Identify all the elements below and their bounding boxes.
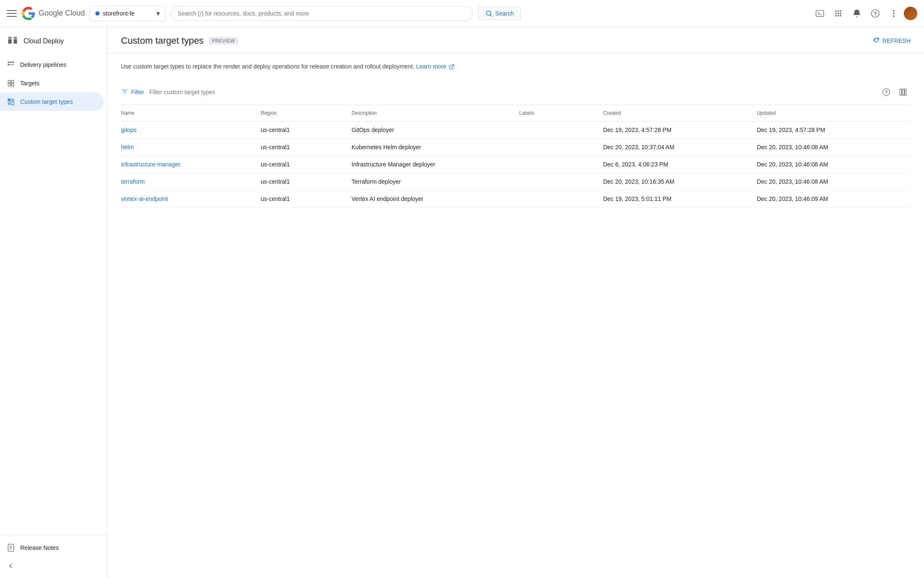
svg-rect-36 <box>11 102 14 105</box>
sidebar-item-label: Targets <box>20 80 39 87</box>
svg-rect-22 <box>8 62 9 63</box>
row-description: Kubernetes Helm deployer <box>352 139 519 156</box>
search-bar <box>171 6 473 21</box>
targets-icon <box>7 79 15 87</box>
svg-line-41 <box>451 65 454 67</box>
search-button[interactable]: Search <box>478 7 521 20</box>
console-icon-button[interactable] <box>811 5 828 22</box>
more-options-icon-button[interactable] <box>885 5 902 22</box>
main-layout: Cloud Deploy Delivery pipelines Targets <box>0 27 924 578</box>
sidebar-item-targets[interactable]: Targets <box>0 74 104 92</box>
svg-point-5 <box>837 10 839 12</box>
table-row: infrastructure-managerus-central1Infrast… <box>121 156 911 173</box>
svg-point-12 <box>840 15 842 16</box>
nav-icons: ? <box>811 5 917 22</box>
row-name-link[interactable]: helm <box>121 144 134 150</box>
svg-rect-20 <box>13 39 17 44</box>
page-title-row: Custom target types PREVIEW <box>121 35 238 46</box>
row-name-link[interactable]: gitops <box>121 127 136 133</box>
svg-rect-30 <box>8 84 10 86</box>
svg-point-4 <box>835 10 837 12</box>
svg-rect-18 <box>8 39 12 44</box>
table-header-row: Name Region Description Labels Created U… <box>121 105 911 121</box>
row-created: Dec 19, 2023, 4:57:28 PM <box>603 121 757 139</box>
svg-text:?: ? <box>874 10 877 16</box>
row-description: Vertex AI endpoint deployer <box>352 190 519 208</box>
row-labels <box>519 156 603 173</box>
svg-rect-33 <box>8 99 11 102</box>
delivery-pipelines-icon <box>7 61 15 69</box>
sidebar-product-name: Cloud Deploy <box>24 37 64 45</box>
row-created: Dec 20, 2023, 10:37:04 AM <box>603 139 757 156</box>
svg-point-6 <box>840 10 842 12</box>
columns-icon <box>899 88 907 96</box>
sidebar-item-delivery-pipelines[interactable]: Delivery pipelines <box>0 55 104 74</box>
content-header: Custom target types PREVIEW REFRESH <box>108 27 924 53</box>
filter-icon <box>121 88 129 96</box>
external-link-icon <box>449 64 454 70</box>
table-section: Filter ? <box>108 79 924 208</box>
sidebar-item-release-notes[interactable]: Release Notes <box>0 538 104 557</box>
svg-rect-31 <box>11 80 14 83</box>
sidebar-item-label: Delivery pipelines <box>20 61 66 68</box>
chevron-down-icon: ▾ <box>156 9 160 18</box>
row-name-link[interactable]: vertex-ai-endpoint <box>121 195 168 202</box>
svg-point-9 <box>840 13 842 14</box>
search-icon <box>485 10 493 17</box>
filter-button[interactable]: Filter <box>121 88 144 96</box>
svg-rect-21 <box>13 37 17 39</box>
project-selector[interactable]: storefront-fe ▾ <box>90 6 165 21</box>
custom-target-types-icon <box>7 98 15 106</box>
row-created: Dec 19, 2023, 5:01:11 PM <box>603 190 757 208</box>
avatar[interactable] <box>904 7 917 20</box>
svg-point-17 <box>893 15 895 17</box>
svg-rect-32 <box>11 84 14 86</box>
apps-icon-button[interactable] <box>830 5 847 22</box>
col-header-created: Created <box>603 105 757 121</box>
row-region: us-central1 <box>261 173 352 190</box>
project-dot <box>95 11 100 16</box>
row-labels <box>519 190 603 208</box>
row-labels <box>519 121 603 139</box>
table-row: vertex-ai-endpointus-central1Vertex AI e… <box>121 190 911 208</box>
row-name-link[interactable]: infrastructure-manager <box>121 161 181 168</box>
row-name-link[interactable]: terraform <box>121 178 145 185</box>
svg-rect-48 <box>902 89 904 95</box>
svg-rect-23 <box>10 62 11 63</box>
sidebar-bottom: Release Notes <box>0 535 107 578</box>
row-labels <box>519 139 603 156</box>
columns-button[interactable] <box>895 84 911 100</box>
filter-input[interactable] <box>149 89 874 95</box>
svg-rect-35 <box>8 102 11 105</box>
svg-rect-19 <box>8 37 12 39</box>
filter-label: Filter <box>131 89 144 95</box>
project-name: storefront-fe <box>103 10 134 17</box>
sidebar-item-label: Release Notes <box>20 544 59 551</box>
help-icon-button[interactable]: ? <box>867 5 884 22</box>
hamburger-menu[interactable] <box>7 8 17 18</box>
row-region: us-central1 <box>261 121 352 139</box>
row-created: Dec 20, 2023, 10:16:35 AM <box>603 173 757 190</box>
top-nav: Google Cloud storefront-fe ▾ Search ? <box>0 0 924 27</box>
google-cloud-text: Google Cloud <box>39 9 85 18</box>
svg-text:?: ? <box>885 90 888 95</box>
data-table: Name Region Description Labels Created U… <box>121 105 911 208</box>
notifications-icon-button[interactable] <box>848 5 865 22</box>
refresh-button[interactable]: REFRESH <box>872 37 911 45</box>
sidebar-item-label: Custom target types <box>20 98 73 105</box>
row-updated: Dec 20, 2023, 10:46:08 AM <box>757 173 911 190</box>
svg-rect-47 <box>900 89 902 95</box>
search-input[interactable] <box>178 10 466 17</box>
help-table-button[interactable]: ? <box>879 84 894 100</box>
preview-badge: PREVIEW <box>209 37 238 45</box>
cloud-deploy-icon <box>7 35 18 47</box>
sidebar-collapse-button[interactable] <box>0 557 107 575</box>
collapse-icon <box>7 562 14 570</box>
row-region: us-central1 <box>261 190 352 208</box>
sidebar-item-custom-target-types[interactable]: Custom target types <box>0 92 104 111</box>
svg-point-16 <box>893 13 895 14</box>
description-text: Use custom target types to replace the r… <box>121 63 415 70</box>
col-header-region: Region <box>261 105 352 121</box>
table-row: terraformus-central1Terraform deployerDe… <box>121 173 911 190</box>
learn-more-link[interactable]: Learn more <box>416 63 454 70</box>
